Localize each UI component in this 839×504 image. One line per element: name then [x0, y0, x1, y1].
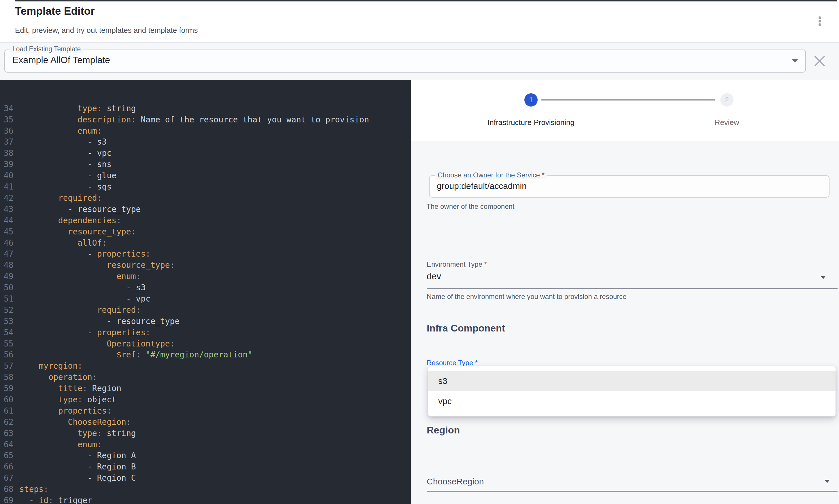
code-line: 62 ChooseRegion: [0, 417, 411, 428]
code-line: 60 type: object [0, 394, 411, 406]
chevron-down-icon [821, 276, 826, 279]
window-top-accent [15, 0, 837, 1]
code-line: 67 - Region C [0, 473, 411, 484]
step-2-label[interactable]: Review [684, 118, 770, 127]
code-line: 35 description: Name of the resource tha… [0, 114, 411, 126]
owner-label: Choose an Owner for the Service * [435, 171, 547, 179]
code-line: 47 - properties: [0, 249, 411, 260]
code-line: 68steps: [0, 484, 411, 495]
code-line: 52 required: [0, 305, 411, 316]
template-editor-page: Template Editor Edit, preview, and try o… [0, 0, 839, 504]
code-line: 65 - Region A [0, 450, 411, 461]
environment-type-label: Environment Type * [427, 260, 487, 268]
step-1-indicator[interactable]: 1 [524, 93, 538, 107]
environment-helper-text: Name of the environment where you want t… [427, 293, 627, 301]
infra-component-heading: Infra Component [427, 323, 505, 334]
code-line: 53 - resource_type [0, 316, 411, 327]
code-line: 43 - resource_type [0, 204, 411, 215]
owner-value: group:default/accadmin [437, 181, 527, 191]
code-line: 56 $ref: "#/myregion/operation" [0, 349, 411, 361]
menu-option-vpc[interactable]: vpc [428, 391, 836, 412]
code-line: 39 - sns [0, 159, 411, 170]
page-title: Template Editor [15, 5, 95, 17]
more-options-button[interactable] [814, 14, 826, 29]
clear-template-button[interactable] [813, 54, 827, 68]
code-line: 41 - sqs [0, 181, 411, 193]
environment-underline [427, 288, 838, 289]
menu-option-s3[interactable]: s3 [428, 371, 836, 391]
vertical-dots-icon [819, 16, 821, 19]
code-line: 61 properties: [0, 406, 411, 417]
code-line: 49 enum: [0, 271, 411, 282]
choose-region-underline [427, 491, 838, 492]
chevron-down-icon [825, 480, 830, 483]
code-line: 66 - Region B [0, 461, 411, 473]
load-template-value: Example AllOf Template [12, 55, 110, 65]
code-line: 42 required: [0, 193, 411, 204]
code-line: 55 Operationtype: [0, 338, 411, 349]
stepper-panel [411, 80, 839, 141]
code-line: 38 - vpc [0, 148, 411, 159]
page-subtitle: Edit, preview, and try out templates and… [15, 26, 198, 35]
code-line: 51 - vpc [0, 293, 411, 305]
code-lines: 34 type: string35 description: Name of t… [0, 103, 411, 504]
code-line: 34 type: string [0, 103, 411, 114]
code-line: 37 - s3 [0, 137, 411, 148]
resource-type-label: Resource Type * [427, 359, 478, 367]
load-template-label: Load Existing Template [10, 45, 84, 53]
region-heading: Region [427, 425, 460, 436]
environment-type-select[interactable]: dev [427, 271, 441, 282]
owner-helper-text: The owner of the component [426, 202, 515, 211]
code-line: 40 - glue [0, 170, 411, 181]
code-line: 63 type: string [0, 428, 411, 439]
code-line: 45 resource_type: [0, 227, 411, 238]
chevron-down-icon [792, 59, 798, 63]
code-line: 54 - properties: [0, 327, 411, 338]
choose-region-select[interactable]: ChooseRegion [427, 476, 484, 486]
step-2-indicator[interactable]: 2 [720, 93, 734, 107]
code-line: 48 resource_type: [0, 260, 411, 271]
code-line: 36 enum: [0, 126, 411, 137]
yaml-code-editor[interactable]: 34 type: string35 description: Name of t… [0, 80, 411, 504]
load-template-select[interactable] [4, 50, 806, 73]
code-line: 69 - id: trigger [0, 495, 411, 504]
code-line: 44 dependencies: [0, 215, 411, 227]
code-line: 50 - s3 [0, 282, 411, 293]
code-line: 46 allOf: [0, 238, 411, 249]
code-line: 57 myregion: [0, 361, 411, 372]
code-line: 64 enum: [0, 439, 411, 450]
code-line: 59 title: Region [0, 383, 411, 394]
stepper-connector [541, 100, 715, 101]
step-1-label[interactable]: Infrastructure Provisioning [470, 118, 591, 127]
resource-type-dropdown-menu: s3 vpc [428, 366, 836, 416]
code-line: 58 operation: [0, 372, 411, 383]
